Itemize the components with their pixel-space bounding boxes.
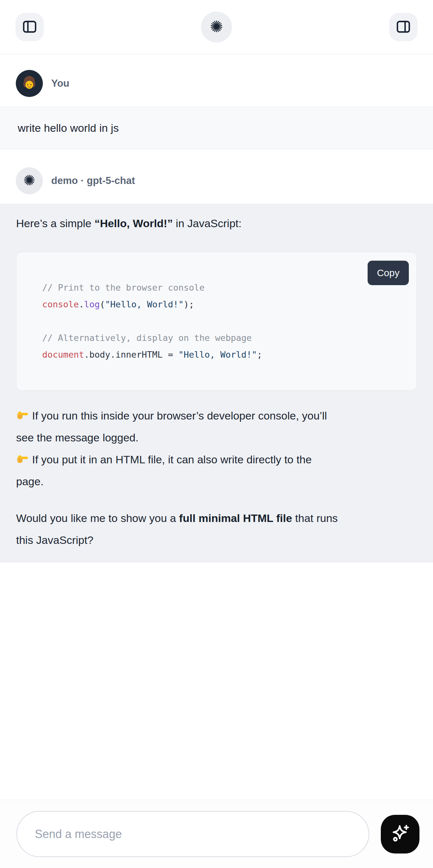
point-right-emoji — [16, 405, 29, 427]
assistant-message-bubble: Here’s a simple “Hello, World!” in JavaS… — [0, 204, 433, 563]
assistant-avatar — [16, 167, 43, 194]
message-input[interactable] — [17, 811, 369, 857]
user-message-header: You — [0, 70, 433, 97]
assistant-paragraphs: If you run this inside your browser’s de… — [16, 405, 417, 551]
code-line — [42, 313, 404, 330]
paragraph-line: If you run this inside your browser’s de… — [16, 405, 417, 427]
assistant-message-header: demo · gpt-5-chat — [0, 167, 433, 194]
composer-bar — [0, 800, 433, 868]
user-sender-label: You — [51, 78, 69, 89]
starburst-logo-icon — [23, 174, 35, 188]
user-message-bubble: write hello world in js — [0, 107, 433, 149]
sidebar-toggle-button[interactable] — [16, 13, 44, 41]
point-right-emoji — [16, 448, 29, 470]
send-button[interactable] — [381, 815, 420, 854]
code-line: // Print to the browser console — [42, 279, 404, 296]
copy-button[interactable]: Copy — [368, 261, 409, 285]
panel-right-icon — [395, 19, 412, 36]
code-block: Copy // Print to the browser consolecons… — [16, 252, 417, 391]
user-avatar — [16, 70, 43, 97]
assistant-sender-label: demo · gpt-5-chat — [51, 175, 135, 187]
paragraph-line: If you put it in an HTML file, it can al… — [16, 448, 417, 470]
paragraph-line: see the message logged. — [16, 427, 417, 448]
sparkles-icon — [390, 823, 411, 845]
code-line: document.body.innerHTML = "Hello, World!… — [42, 346, 404, 363]
user-message-text: write hello world in js — [18, 122, 119, 134]
code-line: // Alternatively, display on the webpage — [42, 330, 404, 346]
paragraph: If you run this inside your browser’s de… — [16, 405, 417, 448]
panel-left-icon — [21, 19, 38, 36]
model-logo-disc — [201, 11, 232, 42]
top-bar — [0, 0, 433, 55]
paragraph-line: page. — [16, 470, 417, 492]
paragraph-line: Would you like me to show you a full min… — [16, 507, 417, 529]
paragraph: If you put it in an HTML file, it can al… — [16, 448, 417, 492]
paragraph-line: this JavaScript? — [16, 529, 417, 551]
person-emoji-icon — [19, 72, 40, 94]
paragraph: Would you like me to show you a full min… — [16, 507, 417, 551]
right-panel-toggle-button[interactable] — [389, 13, 417, 41]
code-content: // Print to the browser consoleconsole.l… — [42, 279, 404, 363]
assistant-intro: Here’s a simple “Hello, World!” in JavaS… — [16, 213, 417, 234]
starburst-logo-icon — [210, 20, 223, 34]
code-line: console.log("Hello, World!"); — [42, 296, 404, 313]
